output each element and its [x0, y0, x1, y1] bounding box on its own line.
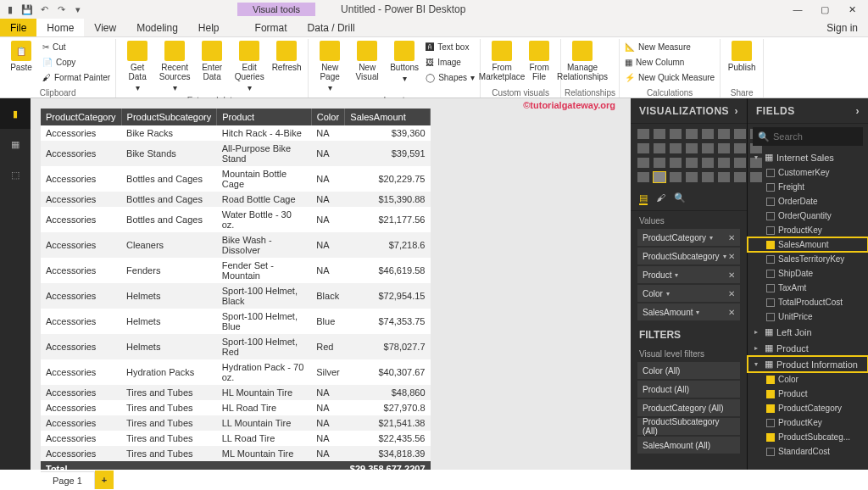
- table-row[interactable]: AccessoriesFendersFender Set - MountainN…: [41, 258, 431, 283]
- field-checkbox[interactable]: [766, 183, 775, 192]
- image-button[interactable]: 🖼 Image: [424, 54, 476, 70]
- viz-type-icon[interactable]: [686, 129, 698, 139]
- table-row[interactable]: AccessoriesCleanersBike Wash - Dissolver…: [41, 232, 431, 258]
- table-node[interactable]: ▸▦Product: [748, 340, 868, 356]
- filter-row[interactable]: Product (All): [637, 381, 740, 398]
- field-row[interactable]: ProductCategory: [748, 401, 868, 415]
- field-checkbox[interactable]: [766, 284, 775, 292]
- field-checkbox[interactable]: [766, 212, 775, 220]
- table-row[interactable]: AccessoriesTires and TubesLL Road TireNA…: [41, 431, 431, 446]
- table-row[interactable]: AccessoriesBottles and CagesRoad Bottle …: [41, 192, 431, 207]
- viz-type-icon[interactable]: [637, 158, 649, 168]
- table-visual[interactable]: ProductCategoryProductSubcategoryProduct…: [41, 109, 431, 470]
- field-row[interactable]: UnitPrice: [748, 309, 868, 324]
- tab-data-drill[interactable]: Data / Drill: [298, 19, 365, 36]
- viz-type-icon[interactable]: [637, 172, 649, 182]
- viz-type-icon[interactable]: [654, 158, 665, 168]
- table-node[interactable]: ▾▦Internet Sales: [748, 149, 868, 165]
- close-button[interactable]: ✕: [839, 0, 865, 19]
- buttons-button[interactable]: Buttons▾: [387, 39, 422, 85]
- table-row[interactable]: AccessoriesHydration PacksHydration Pack…: [41, 359, 431, 385]
- viz-type-icon[interactable]: [718, 172, 730, 182]
- new-quick-measure-button[interactable]: ⚡ New Quick Measure: [623, 70, 716, 85]
- field-row[interactable]: OrderDate: [748, 194, 868, 209]
- viz-type-icon[interactable]: [702, 158, 714, 168]
- remove-field-icon[interactable]: ✕: [728, 270, 735, 280]
- page-tab-1[interactable]: Page 1: [41, 471, 95, 489]
- viz-type-icon[interactable]: [718, 143, 730, 153]
- remove-field-icon[interactable]: ✕: [728, 289, 735, 298]
- column-header[interactable]: Color: [311, 109, 345, 125]
- field-well[interactable]: ProductCategory▾✕: [637, 229, 740, 246]
- viz-type-icon[interactable]: [718, 158, 730, 168]
- qat-dropdown-icon[interactable]: ▾: [71, 3, 85, 16]
- minimize-button[interactable]: —: [785, 0, 810, 19]
- tab-view[interactable]: View: [84, 19, 126, 36]
- viz-type-icon[interactable]: [637, 129, 649, 139]
- refresh-button[interactable]: Refresh: [269, 39, 304, 74]
- field-well[interactable]: Product▾✕: [637, 266, 740, 283]
- field-row[interactable]: ProductKey: [748, 415, 868, 430]
- recent-sources-button[interactable]: Recent Sources▾: [157, 39, 192, 94]
- column-header[interactable]: Product: [217, 109, 312, 125]
- from-marketplace-button[interactable]: From Marketplace: [484, 39, 520, 83]
- undo-icon[interactable]: ↶: [37, 3, 51, 16]
- viz-type-icon[interactable]: [734, 129, 746, 139]
- table-row[interactable]: AccessoriesHelmetsSport-100 Helmet, RedR…: [41, 334, 431, 359]
- field-checkbox[interactable]: [766, 241, 775, 249]
- format-painter-button[interactable]: 🖌 Format Painter: [41, 70, 112, 85]
- remove-field-icon[interactable]: ✕: [728, 252, 735, 261]
- field-row[interactable]: TaxAmt: [748, 281, 868, 295]
- viz-type-icon[interactable]: [654, 129, 665, 139]
- add-page-button[interactable]: +: [95, 471, 114, 489]
- table-row[interactable]: AccessoriesTires and TubesHL Mountain Ti…: [41, 385, 431, 400]
- column-header[interactable]: ProductCategory: [41, 109, 121, 125]
- viz-type-icon[interactable]: [702, 129, 714, 139]
- viz-type-icon[interactable]: [654, 172, 665, 182]
- viz-type-icon[interactable]: [670, 172, 682, 182]
- field-checkbox[interactable]: [766, 390, 775, 398]
- field-well[interactable]: SalesAmount▾✕: [637, 303, 740, 320]
- viz-type-icon[interactable]: [734, 158, 746, 168]
- field-well[interactable]: Color▾✕: [637, 285, 740, 302]
- enter-data-button[interactable]: Enter Data: [194, 39, 230, 83]
- table-node[interactable]: ▸▦Left Join: [748, 324, 868, 340]
- field-checkbox[interactable]: [766, 198, 775, 206]
- field-checkbox[interactable]: [766, 169, 775, 177]
- field-checkbox[interactable]: [766, 404, 775, 413]
- field-well[interactable]: ProductSubcategory▾✕: [637, 248, 740, 264]
- text-box-button[interactable]: 🅰 Text box: [424, 39, 476, 54]
- viz-type-icon[interactable]: [686, 172, 698, 182]
- publish-button[interactable]: Publish: [724, 39, 760, 74]
- viz-type-icon[interactable]: [734, 143, 746, 153]
- field-row[interactable]: Color: [748, 372, 868, 387]
- field-checkbox[interactable]: [766, 255, 775, 264]
- rail-report-icon[interactable]: ▮: [0, 98, 31, 129]
- shapes-button[interactable]: ◯ Shapes ▾: [424, 70, 476, 85]
- edit-queries-button[interactable]: Edit Queries▾: [231, 39, 267, 94]
- analytics-tab-icon[interactable]: 🔍: [674, 192, 686, 205]
- table-row[interactable]: AccessoriesBottles and CagesMountain Bot…: [41, 166, 431, 192]
- fields-tab-icon[interactable]: ▤: [639, 192, 648, 205]
- field-checkbox[interactable]: [766, 298, 775, 307]
- table-row[interactable]: AccessoriesTires and TubesHL Road TireNA…: [41, 400, 431, 415]
- viz-type-icon[interactable]: [637, 143, 649, 153]
- rail-data-icon[interactable]: ▦: [0, 129, 31, 159]
- get-data-button[interactable]: Get Data▾: [120, 39, 155, 94]
- tab-home[interactable]: Home: [36, 19, 84, 36]
- field-row[interactable]: SalesTerritoryKey: [748, 252, 868, 266]
- field-checkbox[interactable]: [766, 433, 775, 442]
- viz-type-icon[interactable]: [670, 158, 682, 168]
- table-row[interactable]: AccessoriesBottles and CagesWater Bottle…: [41, 207, 431, 232]
- sign-in-link[interactable]: Sign in: [816, 19, 868, 36]
- field-checkbox[interactable]: [766, 226, 775, 235]
- rail-model-icon[interactable]: ⬚: [0, 159, 31, 190]
- new-column-button[interactable]: ▦ New Column: [623, 54, 716, 70]
- tab-help[interactable]: Help: [188, 19, 230, 36]
- field-row[interactable]: SalesAmount: [748, 237, 868, 252]
- field-checkbox[interactable]: [766, 448, 775, 456]
- field-row[interactable]: ProductSubcateg...: [748, 430, 868, 444]
- field-row[interactable]: ProductKey: [748, 223, 868, 237]
- new-page-button[interactable]: New Page▾: [312, 39, 348, 94]
- filter-row[interactable]: ProductSubcategory (All): [637, 418, 740, 435]
